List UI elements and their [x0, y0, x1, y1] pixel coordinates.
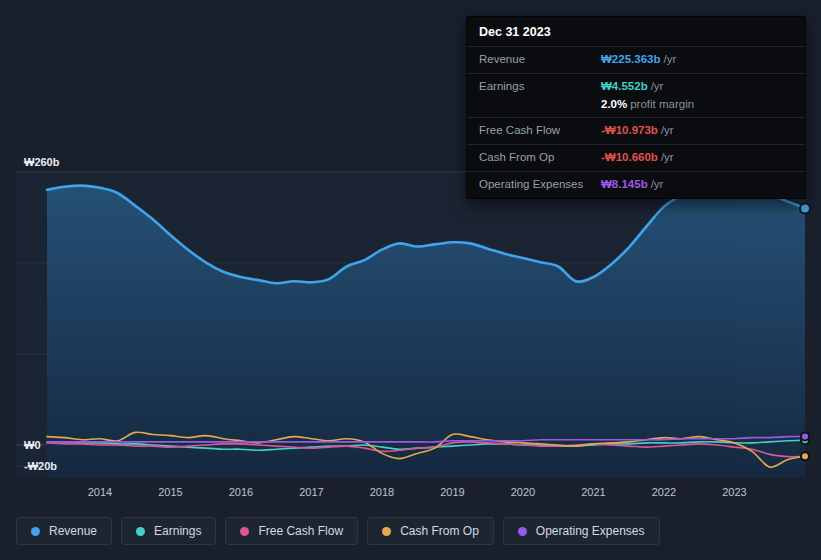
tooltip-value-cash-from-op: -₩10.660b/yr	[601, 149, 674, 167]
cash-from-op-end-marker	[801, 452, 809, 460]
tooltip-value-earnings: ₩4.552b/yr 2.0%profit margin	[601, 78, 694, 114]
tooltip-row-earnings: Earnings ₩4.552b/yr 2.0%profit margin	[467, 73, 805, 118]
legend-item-revenue[interactable]: Revenue	[16, 517, 112, 545]
tooltip-value-revenue: ₩225.363b/yr	[601, 51, 676, 69]
x-axis-label: 2020	[511, 486, 535, 498]
legend-label: Operating Expenses	[536, 524, 645, 538]
x-axis-label: 2014	[88, 486, 112, 498]
y-axis-label: ₩0	[24, 439, 41, 451]
y-axis-label: -₩20b	[24, 460, 57, 472]
tooltip-label-free-cash-flow: Free Cash Flow	[479, 122, 601, 140]
tooltip-row-operating-expenses: Operating Expenses ₩8.145b/yr	[467, 171, 805, 198]
tooltip-value-free-cash-flow: -₩10.973b/yr	[601, 122, 674, 140]
legend-item-operating-expenses[interactable]: Operating Expenses	[503, 517, 660, 545]
operating-expenses-end-marker	[801, 432, 809, 440]
tooltip-row-revenue: Revenue ₩225.363b/yr	[467, 46, 805, 73]
x-axis-label: 2018	[370, 486, 394, 498]
x-axis-label: 2016	[229, 486, 253, 498]
legend-dot	[136, 527, 145, 536]
legend-item-cash-from-op[interactable]: Cash From Op	[367, 517, 494, 545]
legend-label: Cash From Op	[400, 524, 479, 538]
stock-financials-chart-page: ₩260b₩0-₩20b2014201520162017201820192020…	[0, 0, 821, 560]
tooltip-label-operating-expenses: Operating Expenses	[479, 176, 601, 194]
tooltip-label-revenue: Revenue	[479, 51, 601, 69]
legend-item-free-cash-flow[interactable]: Free Cash Flow	[225, 517, 358, 545]
tooltip-value-operating-expenses: ₩8.145b/yr	[601, 176, 663, 194]
legend-label: Earnings	[154, 524, 201, 538]
x-axis-label: 2023	[722, 486, 746, 498]
legend-dot	[518, 527, 527, 536]
legend-item-earnings[interactable]: Earnings	[121, 517, 216, 545]
x-axis-label: 2015	[158, 486, 182, 498]
legend-dot	[31, 527, 40, 536]
tooltip-date: Dec 31 2023	[467, 17, 805, 46]
x-axis-label: 2019	[440, 486, 464, 498]
profit-margin-line: 2.0%profit margin	[601, 96, 694, 114]
data-tooltip: Dec 31 2023 Revenue ₩225.363b/yr Earning…	[466, 16, 806, 199]
legend-dot	[240, 527, 249, 536]
legend-label: Free Cash Flow	[258, 524, 343, 538]
revenue-end-marker	[800, 203, 810, 213]
tooltip-label-earnings: Earnings	[479, 78, 601, 96]
tooltip-row-cash-from-op: Cash From Op -₩10.660b/yr	[467, 144, 805, 171]
x-axis-label: 2021	[581, 486, 605, 498]
tooltip-row-free-cash-flow: Free Cash Flow -₩10.973b/yr	[467, 117, 805, 144]
y-axis-label: ₩260b	[24, 156, 60, 168]
legend-dot	[382, 527, 391, 536]
tooltip-label-cash-from-op: Cash From Op	[479, 149, 601, 167]
legend-label: Revenue	[49, 524, 97, 538]
chart-legend: RevenueEarningsFree Cash FlowCash From O…	[16, 517, 660, 545]
x-axis-label: 2017	[299, 486, 323, 498]
x-axis-label: 2022	[652, 486, 676, 498]
